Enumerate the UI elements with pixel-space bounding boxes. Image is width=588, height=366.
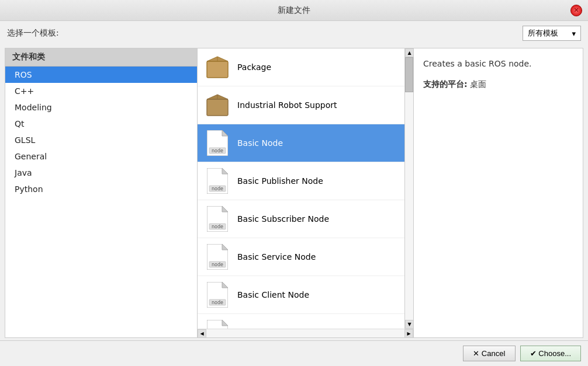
sidebar-item-modeling[interactable]: Modeling — [5, 99, 197, 116]
svg-marker-9 — [222, 130, 228, 136]
svg-rect-4 — [207, 99, 228, 116]
template-item-industrial-robot-support[interactable]: Industrial Robot Support — [198, 86, 404, 124]
platform-info: 支持的平台: 桌面 — [423, 79, 573, 90]
dropdown-arrow-icon: ▾ — [572, 29, 576, 38]
svg-marker-25 — [222, 282, 228, 288]
robot-icon — [203, 91, 231, 119]
middle-panel: Package Industrial Robot Suppo — [198, 48, 414, 338]
template-name-basic-publisher-node: Basic Publisher Node — [237, 176, 323, 186]
sidebar-item-qt[interactable]: Qt — [5, 116, 197, 132]
package-icon — [203, 53, 231, 81]
template-item-basic-node[interactable]: node Basic Node — [198, 124, 404, 162]
template-item-basic-publisher-node[interactable]: node Basic Publisher Node — [198, 162, 404, 200]
basic-launch-file-icon: launch — [203, 319, 231, 329]
sidebar-item-java[interactable]: Java — [5, 165, 197, 181]
template-name-basic-client-node: Basic Client Node — [237, 290, 309, 299]
template-dropdown[interactable]: 所有模板 ▾ — [523, 26, 581, 41]
cancel-button[interactable]: ✕ Cancel — [463, 346, 516, 361]
platform-value: 桌面 — [470, 79, 486, 89]
left-panel-header: 文件和类 — [5, 48, 197, 67]
dialog: 新建文件 ✕ 选择一个模板: 所有模板 ▾ 文件和类 ROS C++ Model… — [0, 0, 588, 366]
svg-text:node: node — [212, 148, 223, 154]
scroll-right-button[interactable]: ▶ — [404, 329, 413, 338]
svg-marker-29 — [222, 320, 228, 326]
sidebar-item-general[interactable]: General — [5, 148, 197, 165]
choose-button[interactable]: ✔ Choose... — [520, 346, 581, 361]
dropdown-label: 所有模板 — [528, 28, 558, 39]
basic-publisher-node-icon: node — [203, 167, 231, 195]
toolbar: 选择一个模板: 所有模板 ▾ — [0, 21, 588, 46]
svg-marker-17 — [222, 206, 228, 212]
svg-text:node: node — [212, 300, 223, 305]
template-name-basic-subscriber-node: Basic Subscriber Node — [237, 214, 329, 224]
platform-label: 支持的平台: — [423, 79, 468, 89]
close-button[interactable]: ✕ — [570, 5, 582, 16]
svg-marker-21 — [222, 244, 228, 250]
scroll-up-button[interactable]: ▲ — [405, 48, 413, 57]
sidebar-item-ros[interactable]: ROS — [5, 67, 197, 83]
left-panel: 文件和类 ROS C++ Modeling Qt GLSL General Ja… — [5, 48, 198, 338]
template-item-package[interactable]: Package — [198, 48, 404, 86]
template-name-basic-node: Basic Node — [237, 138, 283, 148]
template-item-basic-subscriber-node[interactable]: node Basic Subscriber Node — [198, 200, 404, 238]
horizontal-scrollbar[interactable]: ◀ ▶ — [198, 329, 413, 337]
template-item-basic-service-node[interactable]: node Basic Service Node — [198, 238, 404, 276]
template-item-basic-client-node[interactable]: node Basic Client Node — [198, 276, 404, 314]
scroll-down-button[interactable]: ▼ — [405, 320, 413, 329]
sidebar-item-cpp[interactable]: C++ — [5, 83, 197, 99]
template-name-industrial-robot-support: Industrial Robot Support — [237, 100, 337, 110]
svg-text:node: node — [212, 224, 223, 229]
titlebar: 新建文件 ✕ — [0, 0, 588, 21]
sidebar-item-glsl[interactable]: GLSL — [5, 132, 197, 148]
h-scroll-track[interactable] — [206, 329, 404, 337]
right-panel: Creates a basic ROS node. 支持的平台: 桌面 — [414, 48, 583, 338]
template-name-basic-service-node: Basic Service Node — [237, 252, 316, 262]
dialog-title: 新建文件 — [278, 5, 310, 16]
basic-client-node-icon: node — [203, 281, 231, 309]
svg-text:node: node — [212, 186, 223, 191]
svg-rect-0 — [207, 61, 228, 78]
vertical-scrollbar[interactable]: ▲ ▼ — [404, 48, 413, 329]
template-name-basic-launch-file: Basic launch file — [237, 328, 304, 329]
template-item-basic-launch-file[interactable]: launch Basic launch file — [198, 314, 404, 329]
scroll-track[interactable] — [405, 57, 413, 320]
basic-node-icon: node — [203, 129, 231, 157]
scroll-left-button[interactable]: ◀ — [198, 329, 206, 338]
basic-subscriber-node-icon: node — [203, 205, 231, 233]
svg-marker-13 — [222, 168, 228, 174]
template-description: Creates a basic ROS node. — [423, 58, 573, 70]
main-content: 文件和类 ROS C++ Modeling Qt GLSL General Ja… — [0, 46, 588, 340]
basic-service-node-icon: node — [203, 243, 231, 271]
template-name-package: Package — [237, 62, 271, 72]
template-list: Package Industrial Robot Suppo — [198, 48, 404, 329]
sidebar-item-python[interactable]: Python — [5, 181, 197, 197]
svg-text:node: node — [212, 262, 223, 267]
scroll-thumb[interactable] — [405, 57, 413, 92]
template-label: 选择一个模板: — [7, 28, 59, 39]
footer: ✕ Cancel ✔ Choose... — [0, 340, 588, 366]
